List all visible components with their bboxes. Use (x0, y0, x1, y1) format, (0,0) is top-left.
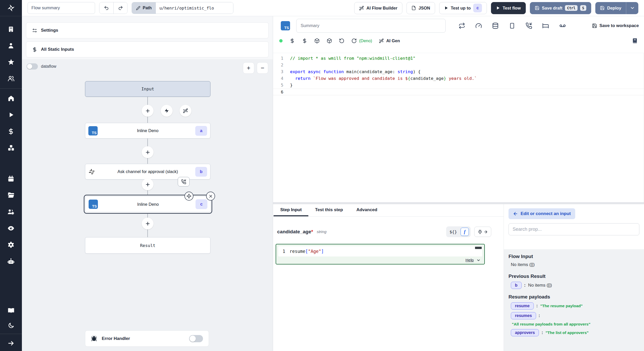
user-icon[interactable] (0, 37, 22, 54)
path-edit-button[interactable]: Path (132, 2, 156, 14)
prop-badge-b[interactable]: b (511, 282, 522, 289)
pencil-icon (136, 6, 140, 10)
package-icon[interactable] (327, 38, 332, 44)
dataflow-toggle[interactable] (27, 63, 38, 70)
variables-dollar-icon[interactable] (0, 123, 22, 140)
add-step-button[interactable] (142, 178, 154, 190)
template-expr-mode-button[interactable]: ${} (448, 229, 459, 234)
dark-mode-moon-icon[interactable] (0, 319, 22, 332)
redo-button[interactable] (113, 2, 127, 14)
home-icon[interactable] (0, 90, 22, 107)
json-button[interactable]: JSON (406, 2, 435, 14)
save-icon (535, 6, 539, 10)
zoom-in-button[interactable]: + (243, 62, 254, 74)
required-asterisk: * (311, 229, 313, 235)
settings-gear-icon[interactable] (0, 236, 22, 253)
flow-summary-input[interactable] (28, 2, 95, 14)
connect-input-plug-button[interactable] (474, 227, 491, 237)
prop-badge-resumes[interactable]: resumes (511, 312, 536, 319)
test-flow-button[interactable]: Test flow (491, 2, 526, 14)
user-group-icon[interactable] (0, 70, 22, 87)
panel-resize-divider[interactable] (273, 202, 644, 204)
flow-graph-canvas[interactable]: dataflow + − Input TS Inline Deno a (22, 59, 273, 351)
mock-square-icon[interactable] (509, 22, 515, 29)
tab-step-input[interactable]: Step Input (274, 204, 308, 216)
ai-gen-button[interactable]: AI Gen (379, 38, 400, 43)
props-browser: Flow Input No items ([]) Previous Result… (504, 249, 644, 351)
left-rail (0, 0, 22, 351)
javascript-fn-mode-button[interactable]: f (461, 228, 469, 236)
add-step-button[interactable] (142, 218, 154, 229)
add-trigger-zap-button[interactable] (161, 105, 173, 117)
voicemail-icon[interactable] (559, 22, 566, 29)
switch-lang-refresh-icon[interactable] (351, 38, 357, 44)
expression-editor[interactable]: 1 resume["Age"] Help (276, 244, 485, 264)
previous-result-title: Previous Result (509, 273, 639, 279)
retry-repeat-icon[interactable] (459, 22, 465, 29)
prop-badge-approvers[interactable]: approvers (511, 329, 539, 336)
suspend-approval-phone-icon[interactable] (178, 177, 190, 186)
library-book-icon[interactable] (632, 38, 638, 44)
add-step-button[interactable] (142, 105, 154, 117)
ctrl-key-hint: Ctrl (565, 5, 578, 11)
undo-button[interactable] (99, 2, 113, 14)
path-value-input[interactable] (156, 2, 233, 14)
edit-or-connect-button[interactable]: Edit or connect an input (509, 208, 575, 219)
groups-settings-icon[interactable] (0, 203, 22, 220)
error-handler-toggle[interactable] (189, 335, 203, 342)
deploy-options-chevron[interactable] (626, 2, 638, 14)
all-static-inputs-row[interactable]: All Static Inputs (26, 41, 269, 57)
step-id-badge: a (195, 126, 207, 136)
zoom-out-button[interactable]: − (257, 62, 268, 74)
suspend-phone-incoming-icon[interactable] (526, 22, 532, 29)
flow-node-a[interactable]: TS Inline Deno a (85, 123, 210, 139)
typescript-icon: TS (281, 21, 290, 30)
save-to-workspace-button[interactable]: Save to workspace (592, 23, 639, 28)
flow-edge-line (147, 81, 148, 237)
language-label[interactable]: (Deno) (359, 38, 372, 43)
schedules-calendar-icon[interactable] (0, 170, 22, 187)
flow-node-result[interactable]: Result (85, 237, 210, 254)
windmill-logo-icon[interactable] (0, 0, 22, 16)
vars-dollar-icon[interactable] (302, 38, 307, 44)
reset-undo-icon[interactable] (339, 38, 344, 44)
workspace-building-icon[interactable] (0, 21, 22, 37)
ai-add-step-wand-button[interactable] (180, 105, 191, 117)
step-summary-input[interactable] (296, 19, 446, 33)
prop-badge-resume[interactable]: resume (511, 302, 534, 310)
sleep-bed-icon[interactable] (542, 22, 549, 29)
save-draft-button[interactable]: Save draft Ctrl S (530, 2, 591, 14)
flow-node-input[interactable]: Input (85, 81, 210, 97)
runs-play-icon[interactable] (0, 107, 22, 123)
workers-bot-icon[interactable] (0, 253, 22, 269)
tab-advanced[interactable]: Advanced (350, 204, 384, 216)
audit-eye-icon[interactable] (0, 220, 22, 236)
path-label: Path (143, 6, 152, 10)
deploy-button[interactable]: Deploy (595, 2, 626, 14)
play-icon (496, 6, 500, 10)
error-handler-row[interactable]: Error Handler (85, 330, 209, 347)
resources-boxes-icon[interactable] (0, 140, 22, 156)
expand-sidebar-arrow-icon[interactable] (0, 336, 22, 351)
bug-icon (91, 336, 97, 342)
search-prop-input[interactable] (509, 223, 639, 235)
favorites-star-icon[interactable] (0, 54, 22, 70)
delete-node-button[interactable] (206, 192, 215, 201)
add-step-button[interactable] (142, 146, 154, 158)
env-dollar-icon[interactable] (290, 38, 295, 44)
prop-value: "The resume payload" (540, 304, 583, 308)
package-icon[interactable] (314, 38, 320, 44)
cache-database-icon[interactable] (492, 22, 499, 29)
concurrency-gauge-icon[interactable] (475, 22, 482, 29)
folders-icon[interactable] (0, 187, 22, 203)
docs-book-icon[interactable] (0, 302, 22, 319)
test-up-to-button[interactable]: Test up to c (439, 2, 487, 14)
ai-flow-builder-button[interactable]: AI Flow Builder (354, 2, 402, 14)
connect-input-panel: Edit or connect an input Flow Input No i… (504, 204, 644, 351)
flow-settings-row[interactable]: Settings (26, 22, 269, 38)
code-editor[interactable]: 1// import * as wmill from "npm:windmill… (273, 53, 644, 202)
tab-test-this-step[interactable]: Test this step (308, 204, 350, 216)
move-node-handle[interactable] (184, 192, 193, 201)
help-link[interactable]: Help (465, 258, 481, 262)
flow-node-b[interactable]: Ask channel for approval (slack) b (85, 164, 210, 179)
